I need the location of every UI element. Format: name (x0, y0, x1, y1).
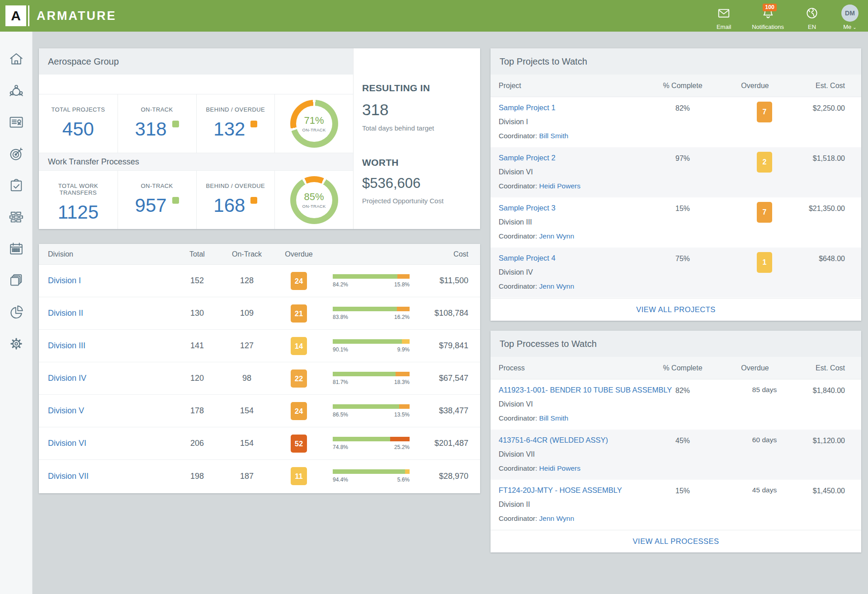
process-link[interactable]: A11923-1-001- BENDER 10 TUBE SUB ASSEMBL… (499, 386, 672, 394)
coordinator-link[interactable]: Heidi Powers (539, 464, 580, 472)
top-bar: A ARMATURE Email 100 Notifications (0, 0, 868, 32)
sidebar (0, 32, 33, 594)
on-track-bar: 90.1%9.9% (333, 339, 410, 353)
division-link[interactable]: Division VII (48, 472, 89, 481)
me-menu-button[interactable]: DM Me⌄ (840, 6, 860, 30)
process-row: FT124-20J-MTY - HOSE ASSEMBLY Division I… (491, 480, 861, 530)
process-link[interactable]: FT124-20J-MTY - HOSE ASSEMBLY (499, 486, 622, 495)
table-row: Division IV 120 98 22 81.7%18.3% $67,547 (39, 362, 480, 395)
table-row: Division III 141 127 14 90.1%9.9% $79,84… (39, 330, 480, 362)
project-row: Sample Project 3 Division III Coordinato… (491, 197, 861, 248)
green-status-square (172, 197, 179, 204)
orange-status-square (250, 121, 257, 127)
division-link[interactable]: Division V (48, 406, 84, 415)
process-division: Division VI (499, 400, 533, 408)
project-pct-complete: 75% (649, 255, 717, 263)
project-est-cost: $1,518.00 (813, 154, 845, 163)
table-row: Division VII 198 187 11 94.4%5.6% $28,97… (39, 460, 480, 492)
sidebar-item-calendar[interactable] (7, 242, 25, 258)
sidebar-item-meetings[interactable] (7, 84, 25, 100)
table-row: Division II 130 109 21 83.8%16.2% $108,7… (39, 297, 480, 330)
overdue-badge: 11 (291, 467, 307, 485)
certificate-icon (8, 114, 24, 132)
project-link[interactable]: Sample Project 4 (499, 254, 556, 262)
coordinator-link[interactable]: Jenn Wynn (539, 514, 574, 522)
division-link[interactable]: Division I (48, 276, 81, 285)
process-row: A11923-1-001- BENDER 10 TUBE SUB ASSEMBL… (491, 379, 861, 430)
notifications-count-badge: 100 (763, 4, 777, 12)
sidebar-item-tasks[interactable] (7, 178, 25, 195)
projects-donut-cell: 71% ON-TRACK (274, 94, 353, 153)
on-track-bar: 81.7%18.3% (333, 372, 410, 385)
resulting-value: 318 (362, 101, 470, 119)
overdue-badge: 21 (291, 304, 307, 323)
divisions-table-header: Division Total On-Track Overdue Cost (39, 244, 480, 265)
email-icon (717, 6, 731, 22)
stat-total-projects: TOTAL PROJECTS 450 (39, 94, 118, 153)
project-pct-complete: 97% (649, 154, 717, 163)
view-all-processes-button[interactable]: VIEW ALL PROCESSES (491, 530, 861, 552)
project-link[interactable]: Sample Project 2 (499, 154, 556, 162)
division-link[interactable]: Division III (48, 341, 85, 350)
overdue-badge: 22 (291, 369, 307, 388)
stat-behind-transfers: BEHIND / OVERDUE 168 (196, 171, 275, 229)
project-pct-complete: 15% (649, 205, 717, 213)
division-link[interactable]: Division VI (48, 439, 86, 448)
sidebar-item-reports[interactable] (7, 305, 25, 321)
project-link[interactable]: Sample Project 1 (499, 103, 556, 112)
brand-name: ARMATURE (37, 9, 116, 23)
process-est-cost: $1,840.00 (813, 387, 845, 395)
sidebar-item-settings[interactable] (7, 337, 25, 353)
top-projects-title: Top Projects to Watch (491, 48, 861, 75)
resulting-panel: RESULTING IN 318 Total days behind targe… (353, 48, 480, 229)
process-est-cost: $1,120.00 (813, 437, 845, 445)
overview-spacer (39, 75, 353, 94)
sidebar-item-documents[interactable] (7, 273, 25, 290)
meeting-icon (8, 83, 24, 101)
on-track-bar: 84.2%15.8% (333, 274, 410, 288)
clipboard-check-icon (8, 178, 24, 196)
project-pct-complete: 82% (649, 104, 717, 112)
overdue-badge: 7 (757, 202, 772, 223)
project-division: Division I (499, 118, 528, 126)
process-overdue-days: 45 days (746, 486, 783, 494)
process-coordinator: Coordinator: Bill Smith (499, 414, 568, 422)
worth-caption: Projected Opportunity Cost (362, 197, 470, 205)
stat-behind-projects: BEHIND / OVERDUE 132 (196, 94, 275, 153)
table-row: Division I 152 128 24 84.2%15.8% $11,500 (39, 265, 480, 297)
coordinator-link[interactable]: Bill Smith (539, 132, 569, 140)
stat-total-work-transfers: TOTAL WORK TRANSFERS 1125 (39, 171, 118, 229)
sidebar-item-certifications[interactable] (7, 115, 25, 131)
brand[interactable]: A ARMATURE (5, 0, 116, 32)
notifications-button[interactable]: 100 Notifications (752, 6, 784, 30)
division-link[interactable]: Division IV (48, 374, 86, 383)
me-label: Me⌄ (843, 23, 856, 30)
coordinator-link[interactable]: Jenn Wynn (539, 282, 574, 290)
language-button[interactable]: EN (802, 6, 822, 30)
on-track-bar: 94.4%5.6% (333, 469, 410, 483)
project-division: Division III (499, 218, 532, 226)
project-link[interactable]: Sample Project 3 (499, 204, 556, 212)
sidebar-item-goals[interactable] (7, 147, 25, 163)
resulting-heading: RESULTING IN (362, 83, 470, 94)
email-button[interactable]: Email (714, 6, 734, 30)
top-processes-rows: A11923-1-001- BENDER 10 TUBE SUB ASSEMBL… (491, 379, 861, 530)
overview-title: Aerospace Group (39, 48, 353, 75)
process-coordinator: Coordinator: Heidi Powers (499, 464, 580, 472)
division-link[interactable]: Division II (48, 309, 83, 318)
coordinator-link[interactable]: Bill Smith (539, 414, 569, 422)
process-pct-complete: 45% (649, 437, 717, 445)
view-all-projects-button[interactable]: VIEW ALL PROJECTS (491, 298, 861, 321)
work-transfer-stats-row: TOTAL WORK TRANSFERS 1125 ON-TRACK 957 B… (39, 171, 353, 229)
top-processes-card: Top Processes to Watch Process % Complet… (491, 331, 861, 552)
calendar-icon (8, 241, 24, 259)
avatar: DM (841, 5, 859, 22)
coordinator-link[interactable]: Jenn Wynn (539, 232, 574, 240)
sidebar-item-structure[interactable] (7, 210, 25, 226)
sidebar-item-home[interactable] (7, 52, 25, 68)
process-link[interactable]: 413751-6-4CR (WELDED ASSY) (499, 436, 608, 444)
process-pct-complete: 82% (649, 387, 717, 395)
coordinator-link[interactable]: Heidi Powers (539, 182, 580, 190)
documents-icon (8, 272, 24, 290)
pie-chart-icon (8, 304, 24, 322)
